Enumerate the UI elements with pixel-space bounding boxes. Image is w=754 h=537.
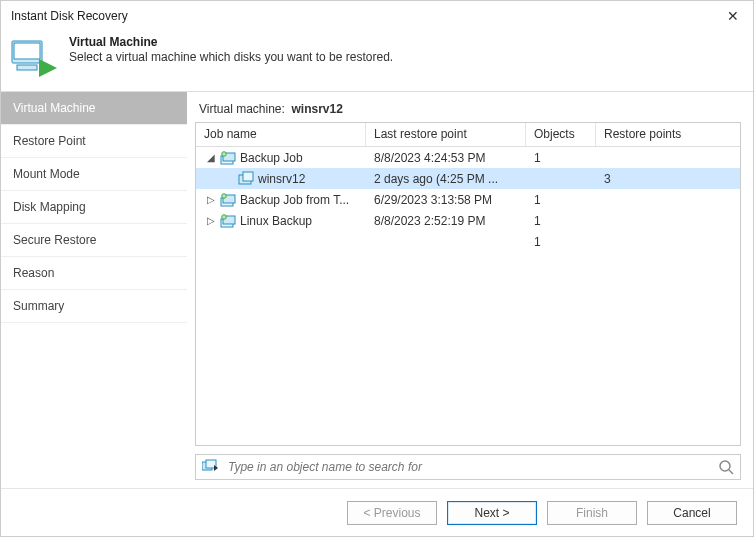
cell-job-name: ◢Backup Job [196, 150, 366, 166]
vm-search-icon[interactable] [202, 459, 220, 475]
wizard-body: Virtual Machine Restore Point Mount Mode… [1, 91, 753, 488]
sidebar-item-label: Secure Restore [13, 233, 96, 247]
finish-button[interactable]: Finish [547, 501, 637, 525]
svg-rect-8 [243, 172, 253, 181]
wizard-sidebar: Virtual Machine Restore Point Mount Mode… [1, 92, 187, 488]
svg-line-18 [729, 470, 733, 474]
expander-icon[interactable]: ◢ [206, 152, 216, 163]
main-panel: Virtual machine: winsrv12 Job name Last … [187, 92, 753, 488]
close-icon[interactable]: ✕ [721, 6, 745, 26]
sidebar-item-mount-mode[interactable]: Mount Mode [1, 158, 187, 191]
table-row[interactable]: 1 [196, 231, 740, 252]
cell-objects: 1 [526, 213, 596, 229]
next-button[interactable]: Next > [447, 501, 537, 525]
window-title: Instant Disk Recovery [11, 9, 128, 23]
page-subtitle: Select a virtual machine which disks you… [69, 50, 393, 64]
column-header-restore-points[interactable]: Restore points [596, 123, 740, 146]
cell-restore-points: 3 [596, 171, 740, 187]
search-bar [195, 454, 741, 480]
sidebar-item-disk-mapping[interactable]: Disk Mapping [1, 191, 187, 224]
svg-rect-2 [17, 65, 37, 70]
page-title: Virtual Machine [69, 35, 393, 49]
grid-header: Job name Last restore point Objects Rest… [196, 123, 740, 147]
wizard-header: Virtual Machine Select a virtual machine… [1, 31, 753, 91]
table-row[interactable]: ▷Backup Job from T...6/29/2023 3:13:58 P… [196, 189, 740, 210]
sidebar-item-label: Virtual Machine [13, 101, 96, 115]
cell-restore-points [596, 220, 740, 222]
cell-last-restore-point: 8/8/2023 4:24:53 PM [366, 150, 526, 166]
job-icon [220, 192, 236, 208]
table-row[interactable]: ◢Backup Job8/8/2023 4:24:53 PM1 [196, 147, 740, 168]
sidebar-item-label: Mount Mode [13, 167, 80, 181]
table-row[interactable]: ▷Linux Backup8/8/2023 2:52:19 PM1 [196, 210, 740, 231]
job-icon [220, 150, 236, 166]
svg-point-14 [222, 214, 227, 219]
cell-last-restore-point: 8/8/2023 2:52:19 PM [366, 213, 526, 229]
sidebar-item-virtual-machine[interactable]: Virtual Machine [1, 92, 187, 125]
cell-last-restore-point: 2 days ago (4:25 PM ... [366, 171, 526, 187]
cell-objects [526, 178, 596, 180]
cell-job-name: ▷Backup Job from T... [196, 192, 366, 208]
wizard-footer: < Previous Next > Finish Cancel [1, 488, 753, 536]
svg-point-6 [222, 151, 227, 156]
search-icon[interactable] [718, 459, 734, 475]
vm-name-text: winsrv12 [292, 102, 343, 116]
cell-objects: 1 [526, 192, 596, 208]
column-header-job-name[interactable]: Job name [196, 123, 366, 146]
sidebar-item-secure-restore[interactable]: Secure Restore [1, 224, 187, 257]
titlebar: Instant Disk Recovery ✕ [1, 1, 753, 31]
cell-job-name: winsrv12 [196, 171, 366, 187]
table-row[interactable]: winsrv122 days ago (4:25 PM ...3 [196, 168, 740, 189]
column-header-last-restore-point[interactable]: Last restore point [366, 123, 526, 146]
search-input[interactable] [226, 459, 712, 475]
cell-last-restore-point: 6/29/2023 3:13:58 PM [366, 192, 526, 208]
row-name-text: winsrv12 [258, 172, 305, 186]
svg-rect-1 [14, 43, 40, 59]
cell-restore-points [596, 157, 740, 159]
svg-point-17 [720, 461, 730, 471]
jobs-grid: Job name Last restore point Objects Rest… [195, 122, 741, 446]
wizard-header-text: Virtual Machine Select a virtual machine… [69, 35, 393, 85]
cell-job-name [196, 234, 366, 250]
vm-label-text: Virtual machine: [199, 102, 285, 116]
vm-icon [238, 171, 254, 187]
selected-vm-label: Virtual machine: winsrv12 [195, 100, 741, 122]
sidebar-item-label: Summary [13, 299, 64, 313]
cell-job-name: ▷Linux Backup [196, 213, 366, 229]
wizard-window: Instant Disk Recovery ✕ Virtual Machine … [0, 0, 754, 537]
sidebar-item-label: Restore Point [13, 134, 86, 148]
sidebar-item-restore-point[interactable]: Restore Point [1, 125, 187, 158]
expander-icon[interactable]: ▷ [206, 194, 216, 205]
svg-point-11 [222, 193, 227, 198]
sidebar-item-summary[interactable]: Summary [1, 290, 187, 323]
cell-restore-points [596, 241, 740, 243]
sidebar-item-label: Reason [13, 266, 54, 280]
cell-objects: 1 [526, 150, 596, 166]
sidebar-item-label: Disk Mapping [13, 200, 86, 214]
wizard-step-icon [11, 37, 57, 83]
grid-body[interactable]: ◢Backup Job8/8/2023 4:24:53 PM1winsrv122… [196, 147, 740, 445]
cell-restore-points [596, 199, 740, 201]
previous-button[interactable]: < Previous [347, 501, 437, 525]
cell-last-restore-point [366, 241, 526, 243]
row-name-text: Backup Job [240, 151, 303, 165]
blank-icon [220, 234, 236, 250]
job-icon [220, 213, 236, 229]
cancel-button[interactable]: Cancel [647, 501, 737, 525]
svg-marker-3 [39, 59, 57, 77]
column-header-objects[interactable]: Objects [526, 123, 596, 146]
row-name-text: Backup Job from T... [240, 193, 349, 207]
cell-objects: 1 [526, 234, 596, 250]
sidebar-item-reason[interactable]: Reason [1, 257, 187, 290]
expander-icon[interactable]: ▷ [206, 215, 216, 226]
row-name-text: Linux Backup [240, 214, 312, 228]
